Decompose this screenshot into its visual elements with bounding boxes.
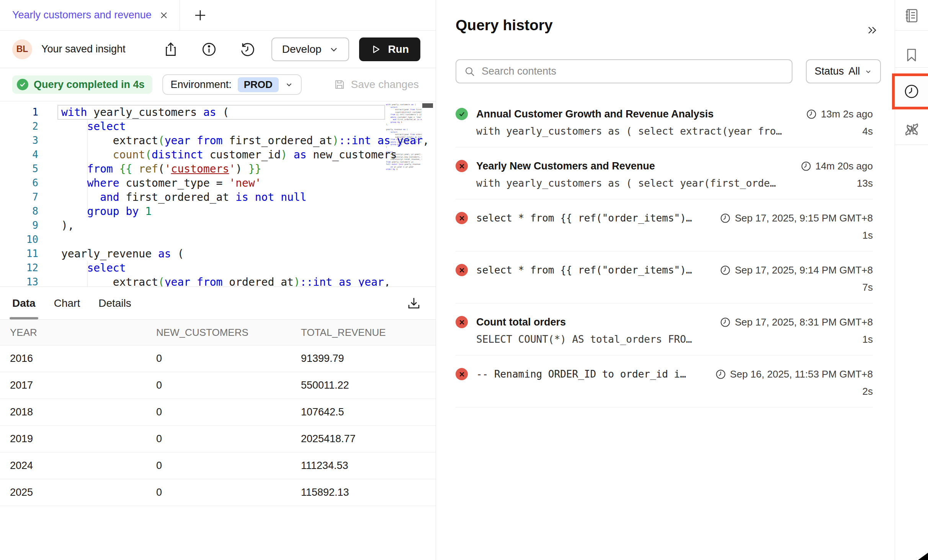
divider [456, 355, 873, 355]
divider [456, 303, 873, 303]
col-header-new-customers[interactable]: NEW_CUSTOMERS [156, 327, 301, 339]
table-row[interactable]: 2024 0 111234.53 [0, 453, 436, 479]
table-row[interactable]: 2025 0 115892.13 [0, 479, 436, 506]
version-history-icon[interactable] [239, 41, 256, 58]
history-item-duration: 1s [863, 334, 873, 345]
status-filter-label: Status [815, 65, 844, 77]
dbt-icon[interactable] [903, 120, 920, 138]
history-item-title: select * from {{ ref("order_items")… [476, 212, 692, 224]
tab-data[interactable]: Data [12, 287, 36, 319]
divider [456, 407, 873, 407]
history-item[interactable]: Count total orders Sep 17, 2025, 8:31 PM… [456, 309, 873, 361]
line-numbers: 12345678910111213 [0, 105, 38, 287]
editor-minimap[interactable]: with yearly_customers as ( select extrac… [386, 103, 422, 283]
save-changes-label: Save changes [351, 78, 419, 91]
history-item-time: Sep 17, 2025, 9:14 PM GMT+8 [711, 264, 873, 276]
history-item-time: 14m 20s ago [792, 160, 873, 172]
query-history-panel: Query history Status All Annual Customer… [436, 0, 895, 560]
table-row[interactable]: 2019 0 2025418.77 [0, 426, 436, 453]
success-status-icon [456, 108, 468, 120]
history-item-title: Annual Customer Growth and Revenue Analy… [476, 108, 714, 120]
table-header-row: YEAR NEW_CUSTOMERS TOTAL_REVENUE [0, 320, 436, 345]
results-tab-bar: Data Chart Details [0, 287, 436, 320]
clock-icon [720, 317, 730, 327]
error-status-icon [456, 264, 468, 276]
tab-bar: Yearly customers and revenue [0, 0, 436, 31]
environment-select[interactable]: Environment: PROD [162, 74, 302, 95]
new-tab-plus-icon[interactable] [194, 9, 207, 22]
clock-icon [716, 369, 726, 379]
editor-panel: Yearly customers and revenue BL Your sav… [0, 0, 436, 560]
saved-insight-label: Your saved insight [41, 43, 126, 55]
search-icon [464, 66, 475, 77]
save-icon [333, 78, 346, 91]
success-check-icon [17, 79, 28, 90]
divider [456, 251, 873, 251]
history-item-query: SELECT COUNT(*) AS total_orders FRO… [476, 334, 692, 345]
query-status-pill: Query completed in 4s [12, 75, 152, 94]
tab-close-icon[interactable] [159, 10, 169, 20]
history-item-duration: 7s [863, 282, 873, 293]
download-results-icon[interactable] [406, 295, 422, 311]
tab-yearly-customers[interactable]: Yearly customers and revenue [0, 0, 180, 30]
tab-details[interactable]: Details [98, 287, 131, 319]
status-filter-value: All [848, 65, 860, 77]
chevron-down-icon [329, 45, 338, 54]
query-history-list: Annual Customer Growth and Revenue Analy… [456, 101, 873, 413]
history-item-title: select * from {{ ref("order_items")… [476, 264, 692, 276]
history-item-title: -- Renaming ORDER_ID to order_id i… [476, 368, 686, 380]
right-icon-rail [895, 0, 928, 560]
error-status-icon [456, 212, 468, 224]
col-header-total-revenue[interactable]: TOTAL_REVENUE [301, 327, 436, 339]
code-content: with yearly_customers as ( select extrac… [61, 105, 390, 287]
status-filter-dropdown[interactable]: Status All [806, 59, 881, 83]
history-item[interactable]: Annual Customer Growth and Revenue Analy… [456, 101, 873, 153]
history-item-title: Count total orders [476, 316, 566, 328]
history-item-time: Sep 16, 2025, 11:53 PM GMT+8 [706, 368, 873, 380]
notebook-icon[interactable] [903, 7, 920, 24]
run-button[interactable]: Run [359, 37, 420, 61]
history-item[interactable]: Yearly New Customers and Revenue 14m 20s… [456, 153, 873, 205]
clock-icon [720, 213, 730, 223]
history-item-title: Yearly New Customers and Revenue [476, 160, 655, 172]
status-bar: Query completed in 4s Environment: PROD … [0, 68, 436, 101]
history-item-duration: 1s [863, 230, 873, 241]
environment-value-badge: PROD [238, 77, 279, 92]
bookmark-icon[interactable] [903, 47, 920, 63]
table-row[interactable]: 2017 0 550011.22 [0, 372, 436, 399]
error-status-icon [456, 316, 468, 328]
share-icon[interactable] [162, 41, 180, 58]
history-item[interactable]: select * from {{ ref("order_items")… Sep… [456, 257, 873, 309]
sql-code-editor[interactable]: 12345678910111213 with yearly_customers … [0, 101, 436, 287]
chevron-down-icon [285, 80, 293, 89]
history-item[interactable]: select * from {{ ref("order_items")… Sep… [456, 205, 873, 257]
editor-scrollbar-thumb[interactable] [422, 103, 433, 108]
history-item-duration: 4s [863, 125, 873, 137]
query-history-title: Query history [456, 17, 553, 34]
info-icon[interactable] [200, 41, 218, 58]
tab-chart[interactable]: Chart [54, 287, 80, 319]
history-item-duration: 13s [857, 177, 873, 189]
divider [895, 145, 928, 145]
error-status-icon [456, 368, 468, 380]
col-header-year[interactable]: YEAR [0, 327, 156, 339]
develop-button[interactable]: Develop [271, 37, 349, 61]
environment-label: Environment: [171, 79, 232, 91]
divider [456, 147, 873, 147]
history-search-input[interactable] [482, 65, 784, 77]
save-changes-button[interactable]: Save changes [333, 78, 419, 91]
query-history-icon[interactable] [903, 83, 920, 100]
history-item[interactable]: -- Renaming ORDER_ID to order_id i… Sep … [456, 361, 873, 413]
divider [895, 67, 928, 68]
results-table: YEAR NEW_CUSTOMERS TOTAL_REVENUE 2016 0 … [0, 320, 436, 506]
develop-label: Develop [282, 43, 322, 55]
chevron-down-icon [864, 68, 872, 75]
clock-icon [720, 265, 730, 275]
clock-icon [801, 161, 811, 171]
collapse-panel-icon[interactable] [866, 24, 879, 37]
history-item-query: with yearly_customers as ( select year(f… [476, 177, 776, 189]
table-row[interactable]: 2016 0 91399.79 [0, 345, 436, 372]
error-status-icon [456, 160, 468, 172]
table-row[interactable]: 2018 0 107642.5 [0, 399, 436, 426]
history-item-duration: 2s [863, 386, 873, 397]
